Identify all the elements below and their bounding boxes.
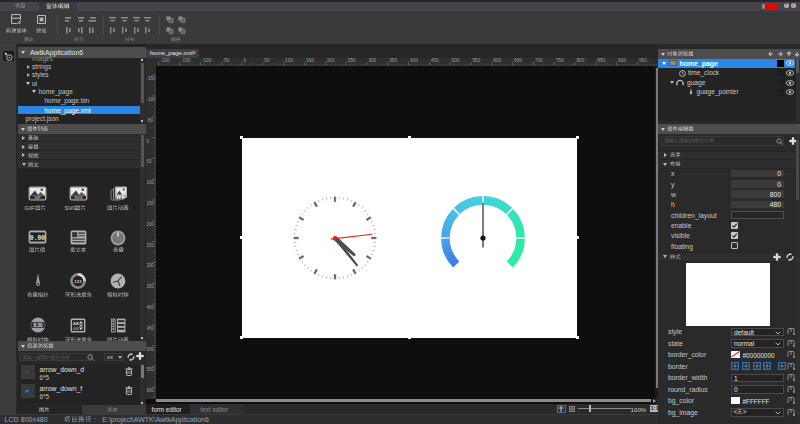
svg-text:300: 300 — [368, 58, 376, 63]
svg-text:150: 150 — [147, 201, 155, 206]
svg-text:400: 400 — [147, 305, 155, 310]
svg-text:-50: -50 — [223, 58, 230, 63]
svg-text:-100: -100 — [202, 58, 212, 63]
svg-text:850: 850 — [597, 58, 605, 63]
svg-text:250: 250 — [348, 58, 356, 63]
svg-text:50: 50 — [264, 58, 270, 63]
svg-text:123: 123 — [74, 279, 82, 284]
svg-text:-200: -200 — [160, 58, 170, 63]
svg-text:450: 450 — [431, 58, 439, 63]
svg-text:300: 300 — [147, 263, 155, 268]
svg-text:350: 350 — [147, 284, 155, 289]
svg-text:600: 600 — [147, 388, 155, 393]
svg-text:100: 100 — [147, 180, 155, 185]
svg-text:0: 0 — [244, 58, 247, 63]
svg-text:150: 150 — [306, 58, 314, 63]
svg-text:-50: -50 — [147, 118, 154, 123]
svg-text:750: 750 — [556, 58, 564, 63]
svg-text:100: 100 — [285, 58, 293, 63]
svg-text:-150: -150 — [181, 58, 191, 63]
svg-text:800: 800 — [577, 58, 585, 63]
svg-text:GIF: GIF — [34, 196, 41, 200]
svg-text:550: 550 — [472, 58, 480, 63]
svg-text:400: 400 — [410, 58, 418, 63]
svg-text:550: 550 — [147, 367, 155, 372]
svg-text:8:30: 8:30 — [33, 323, 43, 328]
svg-text:700: 700 — [535, 58, 543, 63]
svg-text:350: 350 — [389, 58, 397, 63]
svg-text:450: 450 — [147, 326, 155, 331]
svg-text:AB: AB — [73, 325, 79, 330]
svg-text:200: 200 — [147, 222, 155, 227]
svg-text:0.00: 0.00 — [30, 235, 46, 242]
svg-text:500: 500 — [452, 58, 460, 63]
svg-text:200: 200 — [327, 58, 335, 63]
svg-text:650: 650 — [514, 58, 522, 63]
svg-text:SVG: SVG — [74, 196, 82, 200]
svg-text:50: 50 — [147, 159, 153, 164]
svg-text:500: 500 — [147, 347, 155, 352]
svg-text:250: 250 — [147, 243, 155, 248]
svg-text:950: 950 — [639, 58, 647, 63]
svg-text:900: 900 — [618, 58, 626, 63]
svg-text:600: 600 — [493, 58, 501, 63]
